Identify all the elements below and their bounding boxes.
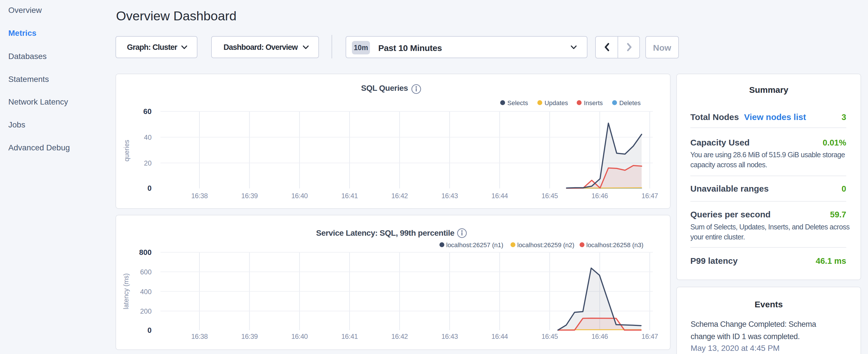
svg-text:localhost:26259 (n2): localhost:26259 (n2)	[517, 242, 574, 249]
svg-text:16:40: 16:40	[291, 192, 308, 200]
svg-text:16:39: 16:39	[241, 332, 258, 340]
svg-text:16:45: 16:45	[541, 332, 558, 340]
svg-text:latency (ms): latency (ms)	[122, 273, 130, 309]
svg-text:60: 60	[143, 107, 152, 116]
svg-text:Updates: Updates	[545, 99, 568, 106]
svg-text:16:39: 16:39	[241, 192, 258, 200]
svg-text:800: 800	[139, 248, 152, 257]
svg-text:queries: queries	[123, 140, 130, 161]
svg-text:16:40: 16:40	[291, 332, 308, 340]
svg-text:0: 0	[148, 326, 152, 334]
svg-text:Service Latency: SQL, 99th per: Service Latency: SQL, 99th percentile	[316, 229, 455, 237]
svg-text:16:47: 16:47	[642, 192, 658, 200]
svg-text:16:44: 16:44	[492, 332, 508, 340]
svg-text:16:43: 16:43	[441, 332, 458, 340]
svg-text:200: 200	[140, 307, 152, 315]
svg-text:600: 600	[140, 268, 152, 276]
svg-text:16:38: 16:38	[191, 332, 208, 340]
svg-text:localhost:26257 (n1): localhost:26257 (n1)	[446, 242, 503, 249]
svg-text:Deletes: Deletes	[619, 99, 641, 106]
svg-text:16:41: 16:41	[341, 332, 358, 340]
svg-text:16:42: 16:42	[392, 192, 408, 200]
svg-text:40: 40	[144, 133, 152, 141]
svg-text:16:47: 16:47	[642, 332, 658, 340]
svg-text:400: 400	[140, 288, 152, 296]
svg-text:16:44: 16:44	[492, 192, 508, 200]
svg-text:16:45: 16:45	[541, 192, 558, 200]
svg-text:Inserts: Inserts	[584, 99, 603, 106]
svg-text:16:43: 16:43	[441, 192, 458, 200]
svg-text:16:38: 16:38	[191, 192, 208, 200]
svg-text:16:41: 16:41	[341, 192, 358, 200]
svg-text:16:46: 16:46	[591, 192, 608, 200]
svg-text:16:42: 16:42	[392, 332, 408, 340]
svg-text:16:46: 16:46	[591, 332, 608, 340]
svg-text:Selects: Selects	[507, 99, 528, 106]
svg-text:0: 0	[148, 184, 152, 192]
svg-text:20: 20	[144, 159, 152, 167]
svg-text:localhost:26258 (n3): localhost:26258 (n3)	[586, 242, 643, 249]
svg-text:SQL Queries: SQL Queries	[361, 84, 408, 93]
